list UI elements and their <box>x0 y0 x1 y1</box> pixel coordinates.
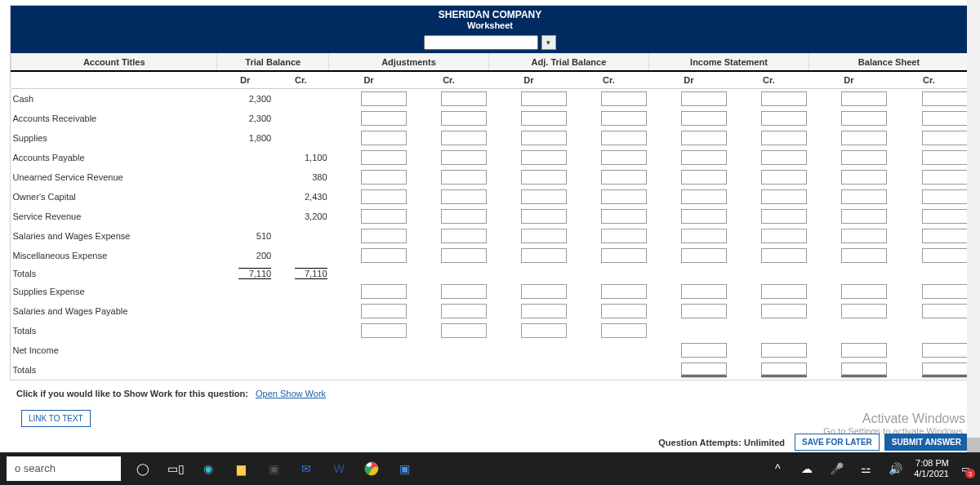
cell-input[interactable] <box>601 150 647 165</box>
cell-input[interactable] <box>601 229 647 243</box>
cell-input[interactable] <box>361 229 407 243</box>
word-icon[interactable]: W <box>328 458 350 479</box>
cell-input[interactable] <box>681 343 727 358</box>
notification-icon[interactable]: ▭3 <box>957 461 973 477</box>
cell-input[interactable] <box>922 363 968 377</box>
cell-input[interactable] <box>361 170 407 185</box>
cell-input[interactable] <box>601 209 647 224</box>
cell-input[interactable] <box>681 131 727 145</box>
cell-input[interactable] <box>361 284 407 299</box>
cell-input[interactable] <box>761 304 807 318</box>
cell-input[interactable] <box>761 363 807 377</box>
cell-input[interactable] <box>521 150 567 165</box>
cell-input[interactable] <box>361 131 407 145</box>
cell-input[interactable] <box>922 189 968 204</box>
cell-input[interactable] <box>361 150 407 165</box>
cell-input[interactable] <box>761 248 807 263</box>
open-show-work-link[interactable]: Open Show Work <box>256 389 326 398</box>
cell-input[interactable] <box>681 209 727 224</box>
cell-input[interactable] <box>681 363 727 377</box>
cell-input[interactable] <box>361 111 407 126</box>
cell-input[interactable] <box>361 248 407 263</box>
date-input[interactable] <box>424 35 538 50</box>
cell-input[interactable] <box>441 189 487 204</box>
chrome-icon[interactable] <box>361 458 382 479</box>
cell-input[interactable] <box>761 343 807 358</box>
tray-expand-icon[interactable]: ^ <box>767 458 788 479</box>
cell-input[interactable] <box>361 189 407 204</box>
cell-input[interactable] <box>521 131 567 145</box>
cell-input[interactable] <box>521 248 567 263</box>
cell-input[interactable] <box>681 170 727 185</box>
cell-input[interactable] <box>441 170 487 185</box>
cell-input[interactable] <box>521 91 567 106</box>
cell-input[interactable] <box>601 304 647 318</box>
cell-input[interactable] <box>361 304 407 318</box>
cell-input[interactable] <box>361 91 407 106</box>
scrollbar-thumb[interactable] <box>967 438 980 452</box>
cell-input[interactable] <box>922 111 968 126</box>
cell-input[interactable] <box>841 229 887 243</box>
store-icon[interactable]: ▣ <box>263 458 284 479</box>
cell-input[interactable] <box>601 91 647 106</box>
cell-input[interactable] <box>841 170 887 185</box>
cell-input[interactable] <box>361 209 407 224</box>
cell-input[interactable] <box>521 111 567 126</box>
cell-input[interactable] <box>601 170 647 185</box>
cell-input[interactable] <box>841 363 887 377</box>
camera-icon[interactable]: ▣ <box>394 458 415 479</box>
cell-input[interactable] <box>841 343 887 358</box>
cell-input[interactable] <box>841 131 887 145</box>
cell-input[interactable] <box>521 170 567 185</box>
cell-input[interactable] <box>761 150 807 165</box>
cell-input[interactable] <box>681 111 727 126</box>
file-explorer-icon[interactable]: ▆ <box>230 458 252 479</box>
cell-input[interactable] <box>601 248 647 263</box>
cell-input[interactable] <box>601 284 647 299</box>
cell-input[interactable] <box>841 111 887 126</box>
cell-input[interactable] <box>521 189 567 204</box>
cell-input[interactable] <box>441 284 487 299</box>
tray-clock[interactable]: 7:08 PM 4/1/2021 <box>914 458 949 479</box>
scrollbar[interactable] <box>967 0 980 452</box>
cell-input[interactable] <box>441 131 487 145</box>
cell-input[interactable] <box>521 323 567 338</box>
mail-icon[interactable]: ✉ <box>296 458 317 479</box>
cell-input[interactable] <box>681 248 727 263</box>
cell-input[interactable] <box>521 284 567 299</box>
cell-input[interactable] <box>681 229 727 243</box>
cell-input[interactable] <box>922 248 968 263</box>
cell-input[interactable] <box>361 323 407 338</box>
task-view-icon[interactable]: ▭▯ <box>165 458 186 479</box>
cell-input[interactable] <box>441 209 487 224</box>
link-to-text-button[interactable]: LINK TO TEXT <box>21 410 91 427</box>
cell-input[interactable] <box>681 91 727 106</box>
cortana-icon[interactable]: ◯ <box>132 458 154 479</box>
cell-input[interactable] <box>922 131 968 145</box>
cell-input[interactable] <box>841 189 887 204</box>
cell-input[interactable] <box>601 111 647 126</box>
onedrive-icon[interactable]: ☁ <box>796 458 817 479</box>
cell-input[interactable] <box>521 304 567 318</box>
date-dropdown-icon[interactable]: ▾ <box>541 35 556 50</box>
cell-input[interactable] <box>521 229 567 243</box>
cell-input[interactable] <box>922 304 968 318</box>
cell-input[interactable] <box>681 150 727 165</box>
cell-input[interactable] <box>681 189 727 204</box>
cell-input[interactable] <box>841 304 887 318</box>
cell-input[interactable] <box>841 209 887 224</box>
cell-input[interactable] <box>841 284 887 299</box>
cell-input[interactable] <box>761 209 807 224</box>
cell-input[interactable] <box>681 284 727 299</box>
cell-input[interactable] <box>761 284 807 299</box>
cell-input[interactable] <box>601 189 647 204</box>
cell-input[interactable] <box>681 304 727 318</box>
microphone-icon[interactable]: 🎤 <box>826 458 847 479</box>
cell-input[interactable] <box>922 343 968 358</box>
taskbar-search[interactable]: o search <box>7 456 121 481</box>
cell-input[interactable] <box>761 91 807 106</box>
cell-input[interactable] <box>761 189 807 204</box>
cell-input[interactable] <box>521 209 567 224</box>
cell-input[interactable] <box>922 284 968 299</box>
cell-input[interactable] <box>441 248 487 263</box>
